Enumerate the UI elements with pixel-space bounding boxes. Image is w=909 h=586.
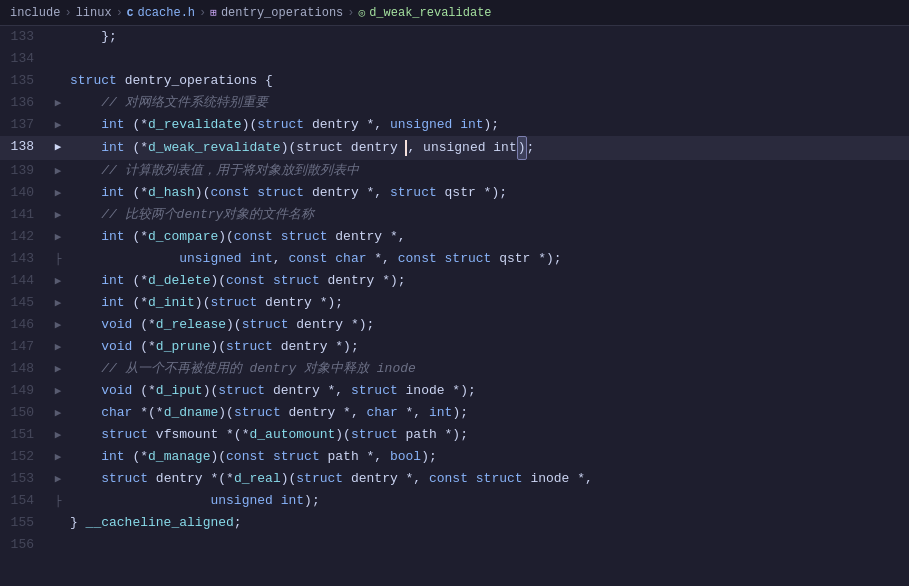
code-line-154: 154 ├ unsigned int); (0, 490, 909, 512)
code-line-155: 155 } __cacheline_aligned; (0, 512, 909, 534)
code-line-144: 144 ▶ int (*d_delete)(const struct dentr… (0, 270, 909, 292)
breadcrumb-item-include[interactable]: include (10, 6, 60, 20)
code-container[interactable]: 133 }; 134 135 struct dentry_operations … (0, 26, 909, 586)
code-line-141: 141 ▶ // 比较两个dentry对象的文件名称 (0, 204, 909, 226)
breadcrumb-item-fn-icon: ◎ (359, 6, 366, 19)
code-line-143: 143 ├ unsigned int, const char *, const … (0, 248, 909, 270)
code-line-150: 150 ▶ char *(*d_dname)(struct dentry *, … (0, 402, 909, 424)
code-line-133: 133 }; (0, 26, 909, 48)
code-line-146: 146 ▶ void (*d_release)(struct dentry *)… (0, 314, 909, 336)
breadcrumb-item-struct-icon: ⊞ (210, 6, 217, 19)
code-line-140: 140 ▶ int (*d_hash)(const struct dentry … (0, 182, 909, 204)
code-line-153: 153 ▶ struct dentry *(*d_real)(struct de… (0, 468, 909, 490)
code-line-149: 149 ▶ void (*d_iput)(struct dentry *, st… (0, 380, 909, 402)
breadcrumb: include › linux › C dcache.h › ⊞ dentry_… (0, 0, 909, 26)
breadcrumb-item-d-weak[interactable]: d_weak_revalidate (369, 6, 491, 20)
code-line-147: 147 ▶ void (*d_prune)(struct dentry *); (0, 336, 909, 358)
breadcrumb-sep-4: › (347, 6, 354, 20)
breadcrumb-item-dentry-ops[interactable]: dentry_operations (221, 6, 343, 20)
code-line-136: 136 ▶ // 对网络文件系统特别重要 (0, 92, 909, 114)
breadcrumb-sep-3: › (199, 6, 206, 20)
breadcrumb-item-c-icon: C (127, 7, 134, 19)
code-line-138: 138 ▶ int (*d_weak_revalidate)(struct de… (0, 136, 909, 160)
code-line-145: 145 ▶ int (*d_init)(struct dentry *); (0, 292, 909, 314)
editor-area: 133 }; 134 135 struct dentry_operations … (0, 26, 909, 586)
breadcrumb-item-linux[interactable]: linux (76, 6, 112, 20)
breadcrumb-sep-2: › (116, 6, 123, 20)
code-line-135: 135 struct dentry_operations { (0, 70, 909, 92)
code-line-137: 137 ▶ int (*d_revalidate)(struct dentry … (0, 114, 909, 136)
code-line-134: 134 (0, 48, 909, 70)
breadcrumb-item-dcache[interactable]: dcache.h (137, 6, 195, 20)
code-line-152: 152 ▶ int (*d_manage)(const struct path … (0, 446, 909, 468)
code-line-142: 142 ▶ int (*d_compare)(const struct dent… (0, 226, 909, 248)
code-line-151: 151 ▶ struct vfsmount *(*d_automount)(st… (0, 424, 909, 446)
code-line-156: 156 (0, 534, 909, 556)
code-line-148: 148 ▶ // 从一个不再被使用的 dentry 对象中释放 inode (0, 358, 909, 380)
breadcrumb-sep-1: › (64, 6, 71, 20)
code-line-139: 139 ▶ // 计算散列表值，用于将对象放到散列表中 (0, 160, 909, 182)
